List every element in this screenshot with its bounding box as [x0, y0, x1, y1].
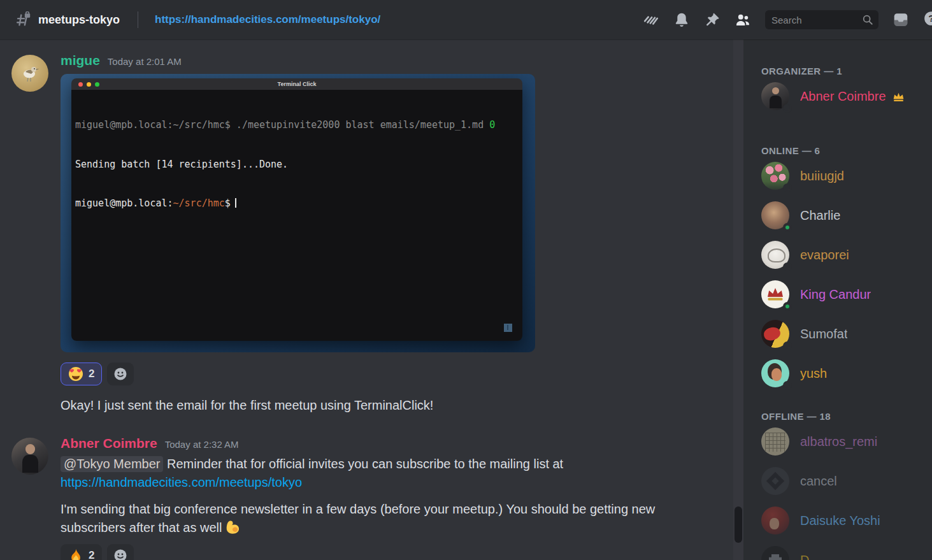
help-icon: ?	[923, 10, 932, 27]
terminal-line: miguel@mpb.local:~/src/hmc$	[75, 197, 522, 210]
avatar-person-shape	[25, 444, 35, 454]
chat-scrollbar-thumb[interactable]	[735, 506, 742, 543]
search-icon	[862, 14, 873, 25]
search-bar[interactable]	[765, 10, 878, 29]
channel-hashtag-lock-icon	[15, 11, 32, 28]
reaction-heart-eyes[interactable]: 2	[61, 363, 102, 385]
terminal-screenshot-attachment[interactable]: Terminal Click miguel@mpb.local:~/src/hm…	[61, 74, 535, 352]
member-name: Sumofat	[800, 327, 847, 341]
message-text-run: Reminder that for official invites you c…	[167, 457, 563, 471]
avatar-migue[interactable]	[11, 55, 48, 92]
avatar-abner-coimbre[interactable]	[11, 438, 48, 475]
terminal-cursor	[235, 198, 236, 208]
server-owner-crown-icon	[892, 90, 905, 103]
message-text: Okay! I just sent the email for the firs…	[61, 396, 535, 415]
member-avatar	[761, 467, 789, 495]
traffic-light-zoom	[95, 82, 99, 87]
heart-eyes-emoji-icon	[68, 366, 83, 382]
member-name: D	[800, 553, 809, 560]
add-reaction-button[interactable]	[107, 363, 134, 385]
traffic-light-minimize	[87, 82, 91, 87]
message-timestamp: Today at 2:32 AM	[165, 439, 239, 450]
reaction-count: 2	[89, 549, 94, 560]
terminal-window: Terminal Click miguel@mpb.local:~/src/hm…	[71, 78, 522, 341]
terminal-output: miguel@mpb.local:~/src/hmc$ ./meetupinvi…	[71, 90, 522, 341]
member-row-albatros-remi[interactable]: albatros_remi	[761, 422, 927, 461]
status-idle-icon	[783, 381, 792, 390]
reaction-count: 2	[89, 368, 94, 380]
member-row-charlie[interactable]: Charlie	[761, 196, 927, 235]
member-avatar	[761, 546, 789, 560]
flexed-biceps-emoji-icon	[224, 519, 241, 536]
member-name: albatros_remi	[800, 434, 877, 449]
status-idle-icon	[783, 341, 792, 350]
member-row-abner-coimbre[interactable]: Abner Coimbre	[761, 76, 927, 116]
member-row-king-candur[interactable]: King Candur	[761, 275, 927, 314]
channel-info: meetups-tokyo https://handmadecities.com…	[15, 11, 380, 28]
fire-emoji-icon	[68, 548, 83, 560]
message-author[interactable]: Abner Coimbre	[61, 436, 157, 451]
member-name: Charlie	[800, 208, 840, 223]
member-list-toggle-icon[interactable]	[735, 11, 751, 28]
avatar-person-shape	[22, 455, 38, 473]
reactions-row: 2	[61, 363, 535, 385]
message-group-abner: Abner Coimbre Today at 2:32 AM @Tokyo Me…	[11, 436, 743, 560]
status-idle-icon	[783, 262, 792, 271]
member-list: ORGANIZER — 1 Abner Coimbre ONLINE — 6	[743, 39, 932, 560]
status-idle-icon	[783, 183, 792, 192]
reaction-fire[interactable]: 2	[61, 544, 102, 560]
member-row-buiiugjd[interactable]: buiiugjd	[761, 156, 927, 196]
reactions-row: 2	[61, 544, 704, 560]
message-group-migue: migue Today at 2:01 AM Terminal Click	[11, 53, 743, 415]
message-link[interactable]: https://handmadecities.com/meetups/tokyo	[61, 475, 302, 489]
pinned-messages-icon[interactable]	[704, 11, 721, 28]
terminal-scroll-indicator	[504, 324, 512, 332]
status-idle-icon	[783, 104, 792, 113]
help-button[interactable]: ?	[923, 10, 932, 29]
discord-app: meetups-tokyo https://handmadecities.com…	[0, 0, 932, 560]
member-name: cancel	[800, 474, 837, 489]
member-row-daisuke-yoshi[interactable]: Daisuke Yoshi	[761, 501, 927, 540]
role-mention[interactable]: @Tokyo Member	[61, 456, 163, 472]
threads-icon[interactable]	[643, 11, 659, 28]
member-name: buiiugjd	[800, 169, 844, 183]
inbox-icon[interactable]	[893, 11, 909, 28]
terminal-line: Sending batch [14 recipients]...Done.	[75, 158, 522, 171]
chat-messages-area: migue Today at 2:01 AM Terminal Click	[0, 39, 743, 560]
channel-name: meetups-tokyo	[38, 13, 120, 27]
member-row-partial[interactable]: D	[761, 540, 927, 560]
member-name: yush	[800, 366, 827, 381]
terminal-line: miguel@mpb.local:~/src/hmc$ ./meetupinvi…	[75, 118, 522, 132]
lock-icon	[25, 11, 30, 17]
member-row-cancel[interactable]: cancel	[761, 461, 927, 501]
member-row-sumofat[interactable]: Sumofat	[761, 314, 927, 354]
header-divider	[138, 11, 138, 28]
crown-avatar-illustration	[766, 287, 785, 302]
chat-scrollbar[interactable]	[733, 39, 743, 560]
member-row-yush[interactable]: yush	[761, 354, 927, 393]
message-text-run: I'm sending that big conference newslett…	[61, 502, 655, 535]
member-name: evaporei	[800, 248, 849, 262]
member-name: Abner Coimbre	[800, 89, 886, 104]
member-avatar	[761, 427, 789, 456]
member-section-offline: OFFLINE — 18	[761, 411, 927, 422]
member-avatar	[761, 506, 789, 535]
channel-header: meetups-tokyo https://handmadecities.com…	[0, 0, 932, 39]
channel-topic-link[interactable]: https://handmadecities.com/meetups/tokyo…	[155, 13, 380, 26]
message-text: I'm sending that big conference newslett…	[61, 500, 704, 537]
message-timestamp: Today at 2:01 AM	[108, 56, 182, 67]
message-text: @Tokyo Member Reminder that for official…	[61, 455, 704, 492]
add-reaction-smiley-icon	[113, 366, 128, 382]
search-input[interactable]	[771, 15, 854, 25]
member-row-evaporei[interactable]: evaporei	[761, 235, 927, 275]
status-online-icon	[783, 223, 792, 232]
add-reaction-button[interactable]	[107, 544, 134, 560]
message-author[interactable]: migue	[61, 53, 100, 68]
member-section-organizer: ORGANIZER — 1	[761, 66, 927, 76]
notifications-bell-icon[interactable]	[673, 11, 690, 28]
header-toolbar: ?	[643, 10, 932, 29]
traffic-light-close	[78, 82, 83, 87]
terminal-title: Terminal Click	[278, 81, 317, 87]
svg-text:?: ?	[928, 13, 932, 24]
terminal-titlebar: Terminal Click	[71, 78, 522, 90]
